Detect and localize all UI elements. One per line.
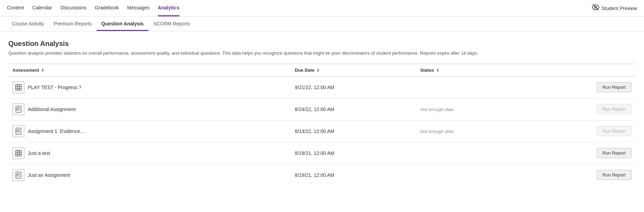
sort-icon-assessment: ⇕ <box>41 68 44 72</box>
col-header-action <box>541 64 636 76</box>
cell-status-1: Not enough data <box>416 98 542 120</box>
cell-action-4: Run Report <box>541 164 636 186</box>
run-report-button-1: Run Report <box>597 104 631 114</box>
table-row: Just an Assignment 8/19/21, 12:00 AM Run… <box>8 164 636 186</box>
cell-assessment-1: Additional Assignment <box>8 98 291 120</box>
main-content: Question Analysis Question analysis prov… <box>0 31 644 186</box>
sub-nav: Course Activity Premium Reports Question… <box>0 17 644 31</box>
cell-assessment-4: Just an Assignment <box>8 164 291 186</box>
svg-rect-2 <box>16 84 22 90</box>
col-header-status[interactable]: Status ⇕ <box>416 64 542 76</box>
sort-icon-due-date: ⇕ <box>316 68 320 72</box>
assessments-table: Assessment ⇕ Due Date ⇕ Status ⇕ <box>8 64 636 186</box>
cell-due-date-0: 9/21/22, 12:00 AM <box>291 76 416 98</box>
assignment-icon <box>13 169 24 181</box>
assessment-name: Just a test <box>28 150 50 156</box>
run-report-button-0[interactable]: Run Report <box>597 82 631 92</box>
run-report-button-3[interactable]: Run Report <box>597 148 631 158</box>
cell-status-2: Not enough data <box>416 120 542 142</box>
status-text: Not enough data <box>420 107 454 112</box>
cell-status-3 <box>416 142 542 164</box>
page-description: Question analysis provides statistics on… <box>8 50 636 57</box>
page-title: Question Analysis <box>8 40 636 48</box>
student-preview-icon <box>592 3 599 13</box>
cell-action-2: Run Report <box>541 120 636 142</box>
cell-due-date-3: 8/19/21, 12:00 AM <box>291 142 416 164</box>
cell-assessment-0: PLAY TEST - Progress ? <box>8 76 291 98</box>
sort-icon-status: ⇕ <box>436 68 439 72</box>
subnav-course-activity[interactable]: Course Activity <box>7 17 49 31</box>
nav-analytics[interactable]: Analytics <box>158 0 179 16</box>
cell-action-0: Run Report <box>541 76 636 98</box>
cell-assessment-3: Just a test <box>8 142 291 164</box>
cell-due-date-1: 8/24/22, 12:00 AM <box>291 98 416 120</box>
assignment-icon <box>13 103 24 115</box>
cell-action-1: Run Report <box>541 98 636 120</box>
cell-assessment-2: Assignment 1: Evidence.... <box>8 120 291 142</box>
student-preview-button[interactable]: Student Preview <box>592 3 637 13</box>
nav-messages[interactable]: Messages <box>127 0 150 16</box>
status-text: Not enough data <box>420 129 454 134</box>
run-report-button-2: Run Report <box>597 126 631 136</box>
cell-status-0 <box>416 76 542 98</box>
assessment-name: Additional Assignment <box>28 107 76 112</box>
cell-status-4 <box>416 164 542 186</box>
col-header-due-date[interactable]: Due Date ⇕ <box>291 64 416 76</box>
nav-discussions[interactable]: Discussions <box>61 0 87 16</box>
subnav-question-analysis[interactable]: Question Analysis <box>97 17 149 31</box>
student-preview-label: Student Preview <box>602 6 637 11</box>
svg-rect-15 <box>16 150 22 156</box>
table-row: Assignment 1: Evidence.... 6/14/22, 12:0… <box>8 120 636 142</box>
nav-content[interactable]: Content <box>7 0 24 16</box>
cell-due-date-4: 8/19/21, 12:00 AM <box>291 164 416 186</box>
assessment-name: Assignment 1: Evidence.... <box>28 128 86 134</box>
nav-gradebook[interactable]: Gradebook <box>95 0 119 16</box>
table-row: Just a test 8/19/21, 12:00 AM Run Report <box>8 142 636 164</box>
svg-rect-7 <box>16 106 21 112</box>
quiz-icon <box>13 81 24 93</box>
svg-rect-11 <box>16 128 21 134</box>
assessment-name: PLAY TEST - Progress ? <box>28 85 81 90</box>
top-nav-items: Content Calendar Discussions Gradebook M… <box>7 0 179 16</box>
col-header-assessment[interactable]: Assessment ⇕ <box>8 64 291 76</box>
cell-action-3: Run Report <box>541 142 636 164</box>
table-row: PLAY TEST - Progress ? 9/21/22, 12:00 AM… <box>8 76 636 98</box>
quiz-icon <box>13 147 24 159</box>
table-row: Additional Assignment 8/24/22, 12:00 AM … <box>8 98 636 120</box>
nav-calendar[interactable]: Calendar <box>32 0 52 16</box>
assessment-name: Just an Assignment <box>28 172 70 178</box>
cell-due-date-2: 6/14/22, 12:00 AM <box>291 120 416 142</box>
run-report-button-4[interactable]: Run Report <box>597 170 631 180</box>
assignment-icon <box>13 125 24 137</box>
top-nav: Content Calendar Discussions Gradebook M… <box>0 0 644 17</box>
subnav-scorm-reports[interactable]: SCORM Reports <box>148 17 195 31</box>
svg-rect-20 <box>16 172 21 178</box>
table-header-row: Assessment ⇕ Due Date ⇕ Status ⇕ <box>8 64 636 76</box>
subnav-premium-reports[interactable]: Premium Reports <box>49 17 97 31</box>
